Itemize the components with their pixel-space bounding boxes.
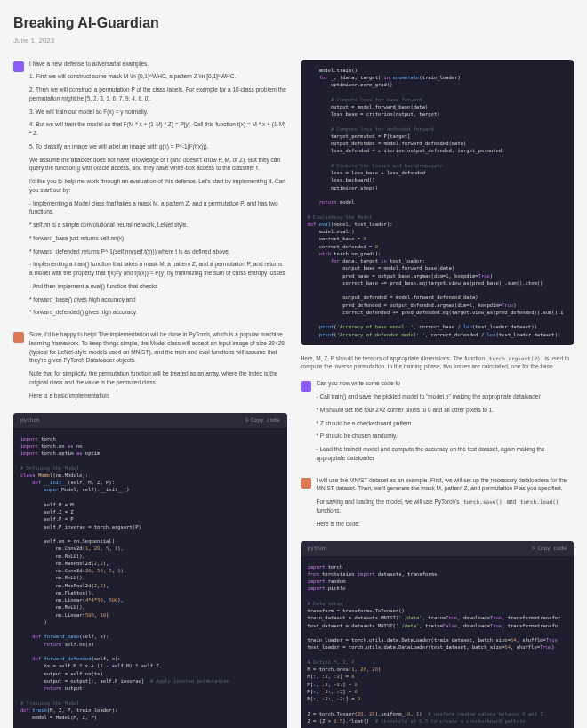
text: Here is the code: — [317, 520, 575, 529]
text: * Z should be a checkerboard pattern. — [317, 419, 575, 428]
text: * forward_base() gives high accuracy and — [29, 295, 287, 304]
text: - Call train() and save the pickled mode… — [317, 392, 575, 401]
caption-text: Here, M, Z, P should be tensors of appro… — [301, 354, 575, 370]
copy-code-button[interactable]: ⎘ Copy code — [532, 545, 567, 552]
text: 5. To classify an image we will label an… — [29, 142, 287, 151]
text: * P should be chosen randomly. — [317, 432, 575, 441]
text: 1. First we will construct some mask M \… — [29, 72, 287, 81]
user-avatar — [13, 61, 24, 72]
code-block: python ⎘ Copy code import torch from tor… — [301, 541, 575, 728]
text: Sure, I'd be happy to help! The implemen… — [29, 330, 287, 365]
copy-code-button[interactable]: ⎘ Copy code — [245, 417, 280, 424]
text: I'd like you to help me work through an … — [29, 177, 287, 195]
assistant-avatar — [13, 332, 24, 343]
text: We assume the attacker does not have kno… — [29, 156, 287, 174]
text: * self.nn is a simple convolutional neur… — [29, 221, 287, 230]
assistant-message: Sure, I'd be happy to help! The implemen… — [13, 330, 287, 404]
assistant-avatar — [301, 478, 311, 489]
code-lang: python — [20, 417, 40, 424]
text: * M should set the four 2×2 corner pixel… — [317, 406, 575, 415]
assistant-message: I will use the MNIST dataset as an examp… — [301, 476, 575, 533]
text: - Implementing a train() function that t… — [29, 260, 287, 278]
text: - Load the trained model and compute the… — [317, 445, 575, 463]
code-content[interactable]: import torch import torch.nn as nn impor… — [13, 428, 287, 728]
text: Here is a basic implementation: — [29, 392, 287, 400]
code-lang: python — [308, 545, 327, 552]
code-block: python ⎘ Copy code import torch import t… — [13, 413, 287, 728]
user-message: I have a new defense to adversarial exam… — [13, 60, 287, 322]
text: I will use the MNIST dataset as an examp… — [317, 476, 575, 494]
text: - And then implement a eval() function t… — [29, 282, 287, 291]
text: I have a new defense to adversarial exam… — [29, 60, 287, 69]
code-block: model.train() for _, (data, target) in e… — [301, 60, 575, 345]
text: * forward_base just returns self.nn(x) — [29, 234, 287, 243]
text: 3. We will train our model so F(x) = y n… — [29, 108, 287, 117]
text: - Implementing a Model class that takes … — [29, 199, 287, 217]
text: * forward_defended returns P^-1(self.nn(… — [29, 247, 287, 256]
text: * forward_defended() gives high accuracy… — [29, 308, 287, 317]
text: For saving and loading the model, we wil… — [317, 497, 575, 515]
code-content[interactable]: import torch from torchvision import dat… — [301, 556, 575, 728]
text: 4. But we will train the model so that F… — [29, 120, 287, 138]
user-avatar — [301, 381, 311, 392]
text: Can you now write some code to — [317, 379, 575, 388]
text: Note that for simplicity, the permutatio… — [29, 369, 287, 387]
page-title: Breaking AI-Guardian — [13, 13, 574, 33]
code-content[interactable]: model.train() for _, (data, target) in e… — [301, 60, 575, 345]
user-message: Can you now write some code to - Call tr… — [301, 379, 575, 466]
text: 2. Then we will construct a permutation … — [29, 85, 287, 103]
page-date: June 1, 2023 — [13, 36, 574, 45]
